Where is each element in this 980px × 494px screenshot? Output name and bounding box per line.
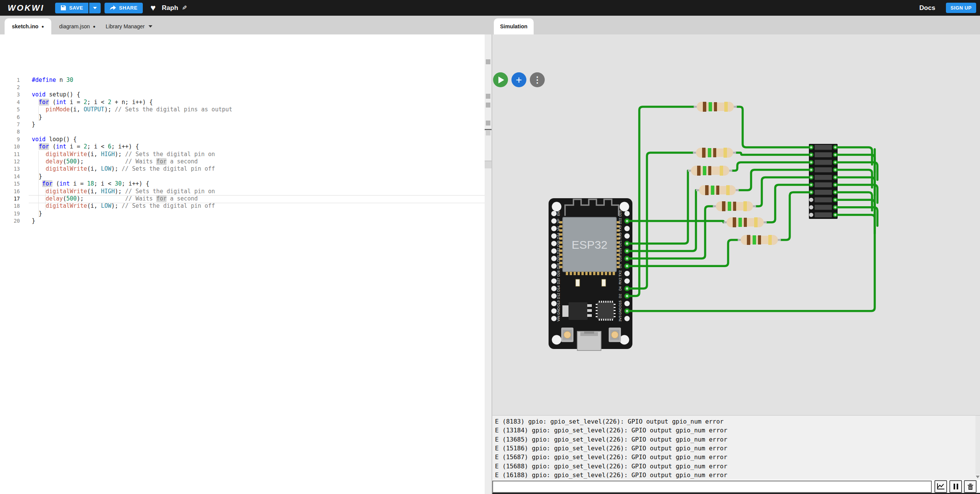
resistor-band-green xyxy=(703,166,706,175)
pin xyxy=(551,226,557,231)
console-scrollbar[interactable] xyxy=(975,416,980,474)
pin xyxy=(624,233,630,239)
serial-input[interactable] xyxy=(492,481,932,493)
tab-diagram-json[interactable]: diagram.json ● xyxy=(54,18,100,34)
line-number: 19 xyxy=(2,210,20,218)
module-pad xyxy=(601,272,603,275)
led-segment xyxy=(815,175,832,180)
resistor-band-green xyxy=(709,102,712,111)
pin xyxy=(551,248,557,254)
led-segment xyxy=(815,212,832,217)
pin-connected xyxy=(834,206,836,209)
pin xyxy=(551,286,557,291)
unsaved-dot-icon: ● xyxy=(93,24,96,29)
resistor-band-green xyxy=(711,186,714,195)
tab-sketch-ino[interactable]: sketch.ino ● xyxy=(5,18,51,34)
scroll-down-icon[interactable] xyxy=(976,476,980,478)
usb-connector xyxy=(584,331,594,334)
pin-connected xyxy=(810,176,812,179)
signup-button[interactable]: SIGN UP xyxy=(946,3,976,13)
heart-icon[interactable]: ♥ xyxy=(150,3,156,13)
line-number: 11 xyxy=(2,151,20,158)
chip-pin xyxy=(596,307,598,308)
pin-label: TX0 xyxy=(618,225,622,232)
pin-label: EN xyxy=(557,211,560,216)
pin-connected xyxy=(626,257,628,259)
serial-console[interactable]: E (8183) gpio: gpio_set_level(226): GPIO… xyxy=(492,415,980,480)
add-part-button[interactable]: + xyxy=(511,72,526,87)
line-number: 4 xyxy=(2,99,20,106)
resistor-band-green xyxy=(738,218,742,227)
code-line: #define n 30 xyxy=(32,77,73,84)
pin-label: D33 xyxy=(557,255,560,262)
share-button[interactable]: SHARE xyxy=(105,3,143,13)
simulation-canvas[interactable]: ESP32ENVPVND34D35D32D33D25D26D27D14D12D1… xyxy=(492,34,980,415)
pin xyxy=(551,233,557,239)
code-line: for (int i = 2; i < 6; i++) { xyxy=(32,143,139,151)
play-button[interactable] xyxy=(493,72,508,87)
console-line: E (13184) gpio: gpio_set_level(226): GPI… xyxy=(495,426,727,435)
wire xyxy=(835,215,875,233)
pin-label: VIN xyxy=(557,316,560,321)
tab-library-manager[interactable]: Library Manager xyxy=(103,18,155,34)
code-line: digitalWrite(i, LOW); // Sets the digita… xyxy=(32,165,215,173)
code-line: delay(500); // Waits for a second xyxy=(32,195,198,203)
simulation-panel[interactable]: ESP32ENVPVND34D35D32D33D25D26D27D14D12D1… xyxy=(492,34,980,415)
pin-label: D23 xyxy=(618,210,622,217)
pin xyxy=(809,198,813,202)
chip-pin xyxy=(601,301,602,303)
voltage-regulator xyxy=(568,302,588,320)
chip-pin xyxy=(612,319,613,321)
pin-connected xyxy=(834,176,836,179)
wire xyxy=(736,153,811,155)
pause-button[interactable] xyxy=(949,480,962,493)
resistor-band-brown xyxy=(747,235,750,245)
led-segment xyxy=(815,197,832,202)
mounting-hole xyxy=(552,202,562,212)
pencil-icon[interactable]: ✎ xyxy=(182,4,187,11)
pin-connected xyxy=(834,191,836,194)
pin xyxy=(551,316,557,321)
pin-label: D4 xyxy=(618,286,622,291)
editor-overview-ruler[interactable] xyxy=(485,34,492,494)
occurrence-marker xyxy=(486,59,490,64)
more-options-button[interactable]: ⋮ xyxy=(530,72,545,87)
tab-simulation[interactable]: Simulation xyxy=(494,18,534,34)
chip-pin xyxy=(603,319,604,321)
code-line: } xyxy=(32,121,35,129)
occurrence-marker xyxy=(486,103,490,108)
pin-label: D26 xyxy=(557,271,560,277)
resistor-band-brown xyxy=(708,166,711,175)
pin-connected xyxy=(810,184,812,186)
code-line: } xyxy=(32,173,42,181)
pin-connected xyxy=(626,220,628,222)
code-editor[interactable]: 1234567891011121314151617181920 #define … xyxy=(0,34,492,494)
pin-connected xyxy=(810,191,812,194)
line-number: 13 xyxy=(2,165,20,173)
resistor-band-brown xyxy=(716,186,719,195)
tab-label: sketch.ino xyxy=(12,23,38,29)
pin-label: D27 xyxy=(557,278,560,284)
module-pad xyxy=(570,272,572,275)
plot-button[interactable] xyxy=(934,480,947,493)
module-pad xyxy=(581,272,584,275)
save-dropdown-button[interactable] xyxy=(89,3,101,13)
code-line: for (int i = 18; i < 30; i++) { xyxy=(32,180,149,188)
resistor-band-brown xyxy=(705,185,709,195)
line-number: 2 xyxy=(2,84,20,91)
led-segment xyxy=(815,160,832,165)
wire xyxy=(781,192,811,240)
save-button[interactable]: SAVE xyxy=(55,3,88,13)
pin-connected xyxy=(834,184,836,186)
usb-serial-chip xyxy=(597,302,614,319)
line-number: 8 xyxy=(2,128,20,136)
clear-console-button[interactable] xyxy=(964,480,977,493)
line-number: 17 xyxy=(2,195,20,203)
play-icon xyxy=(498,77,504,83)
chip-pin xyxy=(614,316,616,317)
pin-label: D2 xyxy=(618,294,622,298)
chip-pin xyxy=(610,319,611,321)
console-line: E (8183) gpio: gpio_set_level(226): GPIO… xyxy=(495,417,724,426)
docs-link[interactable]: Docs xyxy=(920,4,936,12)
pin-label: D32 xyxy=(557,248,560,254)
